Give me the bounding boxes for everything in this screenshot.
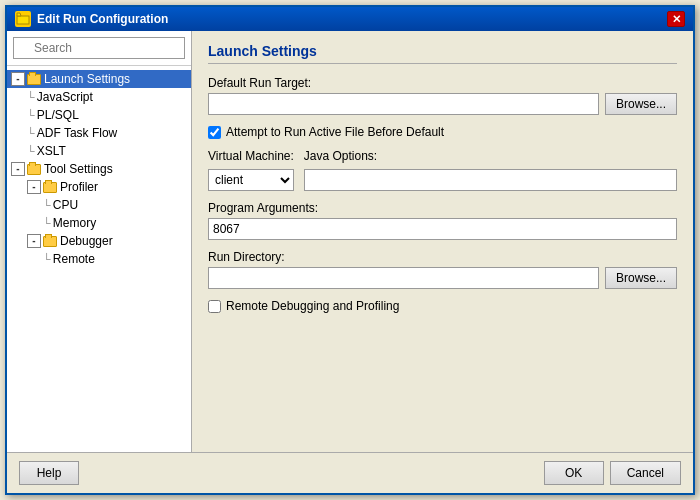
tree-item-adf-task-flow[interactable]: └ ADF Task Flow xyxy=(7,124,191,142)
remote-debugging-label: Remote Debugging and Profiling xyxy=(226,299,399,313)
tree-toggle-launch-settings[interactable]: - xyxy=(11,72,25,86)
right-panel: Launch Settings Default Run Target: Brow… xyxy=(192,31,693,452)
tree-label-adf: ADF Task Flow xyxy=(37,126,117,140)
search-wrapper xyxy=(13,37,185,59)
tree-label-profiler: Profiler xyxy=(60,180,98,194)
tree-label-remote: Remote xyxy=(53,252,95,266)
tree-label-launch-settings: Launch Settings xyxy=(44,72,130,86)
tree-item-plsql[interactable]: └ PL/SQL xyxy=(7,106,191,124)
dialog-icon xyxy=(15,11,31,27)
tree-label-tool-settings: Tool Settings xyxy=(44,162,113,176)
java-options-group: Java Options: xyxy=(304,149,677,191)
attempt-checkbox[interactable] xyxy=(208,126,221,139)
default-run-target-browse-button[interactable]: Browse... xyxy=(605,93,677,115)
program-arguments-group: Program Arguments: xyxy=(208,201,677,240)
java-options-label: Java Options: xyxy=(304,149,677,163)
tree-label-javascript: JavaScript xyxy=(37,90,93,104)
default-run-target-label: Default Run Target: xyxy=(208,76,677,90)
connector-plsql: └ xyxy=(27,109,35,121)
default-run-target-row: Browse... xyxy=(208,93,677,115)
tree-item-tool-settings[interactable]: - Tool Settings xyxy=(7,160,191,178)
run-directory-group: Run Directory: Browse... xyxy=(208,250,677,289)
tree-label-debugger: Debugger xyxy=(60,234,113,248)
tree-toggle-debugger[interactable]: - xyxy=(27,234,41,248)
title-bar: Edit Run Configuration ✕ xyxy=(7,7,693,31)
java-options-input[interactable] xyxy=(304,169,677,191)
folder-icon-launch-settings xyxy=(27,74,41,85)
attempt-checkbox-label: Attempt to Run Active File Before Defaul… xyxy=(226,125,444,139)
tree-label-cpu: CPU xyxy=(53,198,78,212)
help-button[interactable]: Help xyxy=(19,461,79,485)
connector-cpu: └ xyxy=(43,199,51,211)
virtual-machine-group: Virtual Machine: client server default xyxy=(208,149,294,191)
folder-icon-debugger xyxy=(43,236,57,247)
tree-item-launch-settings[interactable]: - Launch Settings xyxy=(7,70,191,88)
run-directory-label: Run Directory: xyxy=(208,250,677,264)
svg-marker-1 xyxy=(17,13,21,16)
connector-remote: └ xyxy=(43,253,51,265)
tree-label-plsql: PL/SQL xyxy=(37,108,79,122)
footer-right: OK Cancel xyxy=(544,461,681,485)
dialog-title: Edit Run Configuration xyxy=(37,12,168,26)
tree-toggle-profiler[interactable]: - xyxy=(27,180,41,194)
tree-item-xslt[interactable]: └ XSLT xyxy=(7,142,191,160)
tree-item-javascript[interactable]: └ JavaScript xyxy=(7,88,191,106)
tree-area: - Launch Settings └ JavaScript └ PL/SQL xyxy=(7,66,191,452)
title-bar-left: Edit Run Configuration xyxy=(15,11,168,27)
cancel-button[interactable]: Cancel xyxy=(610,461,681,485)
svg-rect-0 xyxy=(17,16,29,24)
search-input[interactable] xyxy=(13,37,185,59)
tree-label-memory: Memory xyxy=(53,216,96,230)
connector-xslt: └ xyxy=(27,145,35,157)
tree-item-profiler[interactable]: - Profiler xyxy=(7,178,191,196)
edit-run-configuration-dialog: Edit Run Configuration ✕ - Launch Settin… xyxy=(5,5,695,495)
search-box xyxy=(7,31,191,66)
run-directory-row: Browse... xyxy=(208,267,677,289)
tree-item-cpu[interactable]: └ CPU xyxy=(7,196,191,214)
vm-java-row: Virtual Machine: client server default J… xyxy=(208,149,677,191)
remote-debugging-checkbox[interactable] xyxy=(208,300,221,313)
default-run-target-group: Default Run Target: Browse... xyxy=(208,76,677,115)
section-title: Launch Settings xyxy=(208,43,677,64)
tree-item-debugger[interactable]: - Debugger xyxy=(7,232,191,250)
tree-label-xslt: XSLT xyxy=(37,144,66,158)
dialog-footer: Help OK Cancel xyxy=(7,452,693,493)
connector-adf: └ xyxy=(27,127,35,139)
tree-item-memory[interactable]: └ Memory xyxy=(7,214,191,232)
program-arguments-label: Program Arguments: xyxy=(208,201,677,215)
folder-icon-profiler xyxy=(43,182,57,193)
default-run-target-input[interactable] xyxy=(208,93,599,115)
dialog-body: - Launch Settings └ JavaScript └ PL/SQL xyxy=(7,31,693,452)
remote-debugging-checkbox-row: Remote Debugging and Profiling xyxy=(208,299,677,313)
ok-button[interactable]: OK xyxy=(544,461,604,485)
folder-icon-tool-settings xyxy=(27,164,41,175)
tree-item-remote[interactable]: └ Remote xyxy=(7,250,191,268)
left-panel: - Launch Settings └ JavaScript └ PL/SQL xyxy=(7,31,192,452)
connector-memory: └ xyxy=(43,217,51,229)
tree-toggle-tool-settings[interactable]: - xyxy=(11,162,25,176)
virtual-machine-select[interactable]: client server default xyxy=(208,169,294,191)
run-directory-browse-button[interactable]: Browse... xyxy=(605,267,677,289)
attempt-checkbox-row: Attempt to Run Active File Before Defaul… xyxy=(208,125,677,139)
virtual-machine-label: Virtual Machine: xyxy=(208,149,294,163)
run-directory-input[interactable] xyxy=(208,267,599,289)
connector-javascript: └ xyxy=(27,91,35,103)
program-arguments-input[interactable] xyxy=(208,218,677,240)
close-button[interactable]: ✕ xyxy=(667,11,685,27)
